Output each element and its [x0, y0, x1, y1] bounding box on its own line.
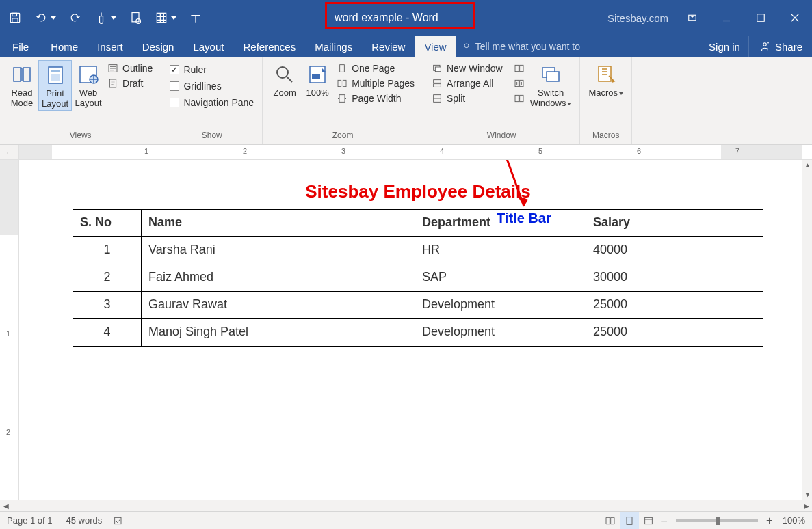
share-button[interactable]: Share	[748, 36, 812, 57]
svg-rect-2	[12, 18, 18, 23]
svg-rect-43	[115, 517, 121, 524]
svg-rect-1	[12, 13, 17, 16]
svg-point-12	[763, 43, 767, 46]
reset-window-button[interactable]	[514, 93, 525, 104]
sign-in-button[interactable]: Sign in	[700, 36, 748, 57]
minimize-icon[interactable]	[709, 0, 744, 36]
zoom-level[interactable]: 100%	[776, 515, 812, 526]
one-page-button[interactable]: One Page	[337, 63, 415, 74]
zoom-100-icon	[306, 63, 329, 86]
group-views: Read Mode Print Layout Web Layout Outlin…	[0, 57, 161, 144]
vertical-ruler[interactable]: 12	[0, 160, 19, 500]
horizontal-scrollbar[interactable]: ◀ ▶	[0, 500, 812, 511]
new-window-button[interactable]: New Window	[432, 63, 503, 74]
outline-button[interactable]: Outline	[107, 63, 153, 74]
svg-rect-15	[51, 74, 60, 81]
svg-rect-28	[435, 67, 441, 72]
zoom-slider-thumb[interactable]	[716, 517, 720, 525]
zoom-in-button[interactable]: +	[763, 515, 776, 527]
gridlines-checkbox[interactable]: Gridlines	[170, 81, 254, 92]
zoom-icon	[273, 63, 296, 86]
svg-rect-5	[157, 13, 166, 22]
zoom-out-button[interactable]: –	[658, 515, 670, 527]
tab-design[interactable]: Design	[133, 36, 184, 57]
close-icon[interactable]	[778, 0, 812, 36]
tab-mailings[interactable]: Mailings	[305, 36, 362, 57]
scroll-right-icon[interactable]: ▶	[800, 500, 812, 512]
document-viewport[interactable]: Title Bar Sitesbay Employee Details S. N…	[19, 160, 802, 500]
horizontal-ruler[interactable]: ⌐ 1234567	[0, 145, 812, 160]
draft-button[interactable]: Draft	[107, 78, 153, 89]
group-zoom: Zoom 100% One Page Multiple Pages Page W…	[263, 57, 423, 144]
document-page: Title Bar Sitesbay Employee Details S. N…	[45, 174, 791, 347]
zoom-slider[interactable]	[676, 519, 758, 522]
checkbox-icon	[170, 81, 179, 91]
vertical-scrollbar[interactable]: ▲ ▼	[802, 160, 812, 500]
tab-view[interactable]: View	[415, 36, 456, 57]
ruler-horizontal-scale: 1234567	[19, 145, 802, 159]
scroll-down-icon[interactable]: ▼	[802, 489, 812, 500]
print-layout-view-icon[interactable]	[620, 512, 639, 530]
status-page[interactable]: Page 1 of 1	[0, 515, 60, 526]
tab-insert[interactable]: Insert	[88, 36, 133, 57]
status-word-count[interactable]: 45 words	[60, 515, 109, 526]
page-width-button[interactable]: Page Width	[337, 93, 415, 104]
scroll-track[interactable]	[12, 500, 800, 511]
read-mode-button[interactable]: Read Mode	[5, 60, 38, 109]
redo-icon[interactable]	[60, 0, 90, 36]
maximize-icon[interactable]	[744, 0, 778, 36]
group-zoom-label: Zoom	[268, 131, 417, 141]
svg-rect-29	[434, 80, 441, 83]
undo-icon[interactable]	[30, 0, 60, 36]
spellcheck-icon[interactable]	[109, 512, 128, 530]
ribbon-body: Read Mode Print Layout Web Layout Outlin…	[0, 57, 812, 145]
svg-point-20	[277, 67, 288, 78]
ribbon-display-options-icon[interactable]	[675, 0, 709, 36]
title-bar: word example - Word Sitesbay.com	[0, 0, 812, 36]
arrange-all-button[interactable]: Arrange All	[432, 78, 503, 89]
touch-mouse-mode-icon[interactable]	[90, 0, 120, 36]
web-layout-button[interactable]: Web Layout	[72, 60, 105, 109]
group-macros: Macros Macros	[580, 57, 632, 144]
save-icon[interactable]	[0, 0, 30, 36]
web-layout-view-icon[interactable]	[639, 512, 658, 530]
customize-qat-icon[interactable]	[181, 0, 211, 36]
zoom-100-button[interactable]: 100%	[301, 60, 334, 99]
tell-me-search[interactable]: Tell me what you want to	[456, 36, 700, 57]
ruler-checkbox[interactable]: Ruler	[170, 64, 254, 75]
svg-rect-14	[51, 70, 60, 72]
print-preview-icon[interactable]	[120, 0, 150, 36]
sync-scrolling-button[interactable]	[514, 78, 525, 89]
svg-point-11	[464, 44, 469, 48]
tab-references[interactable]: References	[233, 36, 305, 57]
zoom-button[interactable]: Zoom	[268, 60, 301, 99]
navigation-pane-checkbox[interactable]: Navigation Pane	[170, 97, 254, 108]
split-button[interactable]: Split	[432, 93, 503, 104]
view-side-by-side-button[interactable]	[514, 63, 525, 74]
scroll-up-icon[interactable]: ▲	[802, 160, 812, 170]
scroll-left-icon[interactable]: ◀	[0, 500, 12, 512]
macros-icon	[594, 63, 618, 86]
group-window-label: Window	[429, 131, 574, 141]
switch-windows-button[interactable]: Switch Windows	[527, 60, 575, 109]
table-cell: Gaurav Rawat	[142, 292, 415, 319]
table-cell: 25000	[586, 319, 763, 347]
tab-layout[interactable]: Layout	[183, 36, 233, 57]
tab-review[interactable]: Review	[362, 36, 415, 57]
checkbox-checked-icon	[170, 65, 179, 74]
tab-file[interactable]: File	[0, 36, 41, 57]
web-layout-icon	[77, 63, 100, 86]
svg-rect-39	[547, 72, 559, 81]
status-bar: Page 1 of 1 45 words – + 100%	[0, 511, 812, 529]
macros-button[interactable]: Macros	[586, 60, 626, 99]
quick-table-icon[interactable]	[150, 0, 181, 36]
table-row: 1Varsha RaniHR40000	[73, 237, 763, 264]
table-cell: 40000	[586, 237, 763, 264]
print-layout-button[interactable]: Print Layout	[38, 60, 72, 111]
read-mode-view-icon[interactable]	[601, 512, 620, 530]
table-cell: Development	[415, 319, 586, 347]
table-cell: Manoj Singh Patel	[142, 319, 415, 347]
multiple-pages-button[interactable]: Multiple Pages	[337, 78, 415, 89]
tab-home[interactable]: Home	[41, 36, 88, 57]
table-row: 3Gaurav RawatDevelopment25000	[73, 292, 763, 319]
